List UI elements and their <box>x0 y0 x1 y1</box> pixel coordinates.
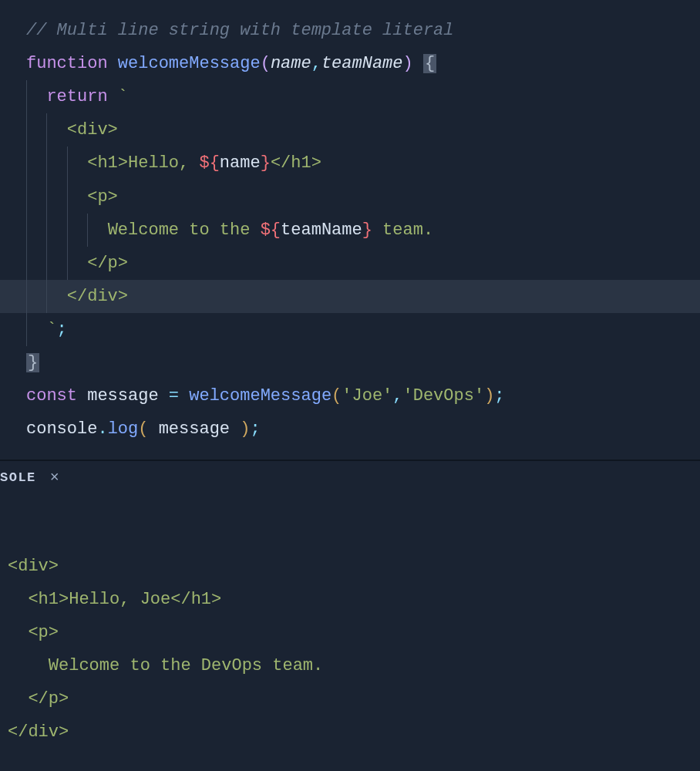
code-line-highlighted: </div> <box>0 280 700 313</box>
function-name: welcomeMessage <box>118 54 261 73</box>
code-line: const message = welcomeMessage('Joe','De… <box>26 379 700 412</box>
code-line: function welcomeMessage(name,teamName) { <box>26 47 700 80</box>
console-panel: SOLE × <div> <h1>Hello, Joe</h1> <p> Wel… <box>0 460 700 749</box>
template-text: Hello, <box>128 153 199 173</box>
paren-close: ) <box>484 386 494 406</box>
backtick: ` <box>46 320 56 339</box>
interp-var: teamName <box>281 221 362 240</box>
console-tabbar: SOLE × <box>0 461 700 494</box>
log-method: log <box>108 419 139 439</box>
template-text: </h1> <box>271 153 321 173</box>
template-text: team. <box>372 221 433 240</box>
code-line: console.log( message ); <box>26 412 700 446</box>
indent-guide <box>87 214 88 247</box>
indent-guide <box>46 214 47 247</box>
var-message: message <box>87 386 158 406</box>
template-text: <p> <box>87 187 118 207</box>
comment-text: // Multi line string with template liter… <box>26 21 454 40</box>
interp-var: name <box>220 153 261 173</box>
indent-guide <box>26 247 27 280</box>
template-text: </div> <box>67 287 128 306</box>
template-text: Welcome to the <box>108 221 261 240</box>
interp-open: ${ <box>199 153 219 173</box>
indent-guide <box>26 214 27 247</box>
code-editor[interactable]: // Multi line string with template liter… <box>0 0 700 460</box>
code-line: <p> <box>26 180 700 214</box>
semicolon: ; <box>494 386 504 406</box>
indent-guide <box>26 80 27 113</box>
code-line: <div> <box>26 113 700 146</box>
semicolon: ; <box>250 419 260 439</box>
backtick: ` <box>118 87 128 106</box>
close-icon[interactable]: × <box>50 469 59 487</box>
keyword-function: function <box>26 54 108 73</box>
brace-close: } <box>26 353 39 372</box>
template-text: </p> <box>87 254 128 273</box>
template-text: <h1> <box>87 153 128 173</box>
code-line: <h1>Hello, ${name}</h1> <box>26 146 700 180</box>
indent-guide <box>46 280 47 313</box>
paren-close: ) <box>403 54 413 73</box>
paren-open: ( <box>138 419 148 439</box>
template-text: <div> <box>67 120 118 140</box>
console-tab[interactable]: SOLE <box>0 470 36 485</box>
param-teamname: teamName <box>321 54 403 73</box>
indent-guide <box>46 113 47 146</box>
code-line: // Multi line string with template liter… <box>26 14 700 47</box>
keyword-const: const <box>26 386 77 406</box>
paren-open: ( <box>261 54 271 73</box>
code-line: </p> <box>26 247 700 280</box>
string-arg: 'DevOps' <box>403 386 485 406</box>
indent-guide <box>26 280 27 313</box>
indent-guide <box>26 180 27 214</box>
interp-open: ${ <box>261 221 281 240</box>
indent-guide <box>67 180 68 214</box>
indent-guide <box>26 313 27 346</box>
function-call: welcomeMessage <box>189 386 331 406</box>
indent-guide <box>67 247 68 280</box>
indent-guide <box>46 146 47 180</box>
paren-close: ) <box>240 419 250 439</box>
code-line: `; <box>26 313 700 346</box>
code-line: return ` <box>26 80 700 113</box>
indent-guide <box>46 180 47 214</box>
indent-guide <box>26 113 27 146</box>
equals-op: = <box>169 386 179 406</box>
interp-close: } <box>261 153 271 173</box>
indent-guide <box>26 146 27 180</box>
brace-open: { <box>423 54 436 73</box>
dot: . <box>97 419 107 439</box>
interp-close: } <box>362 221 372 240</box>
console-output: <div> <h1>Hello, Joe</h1> <p> Welcome to… <box>0 494 700 749</box>
string-arg: 'Joe' <box>342 386 392 406</box>
indent-guide <box>67 146 68 180</box>
code-line: Welcome to the ${teamName} team. <box>26 214 700 247</box>
comma: , <box>392 386 402 406</box>
paren-open: ( <box>331 386 342 406</box>
comma: , <box>311 54 321 73</box>
param-name: name <box>271 54 311 73</box>
code-line: } <box>26 346 700 379</box>
console-object: console <box>26 419 97 439</box>
indent-guide <box>46 247 47 280</box>
semicolon: ; <box>57 320 67 339</box>
var-arg: message <box>159 419 230 439</box>
keyword-return: return <box>46 87 107 106</box>
indent-guide <box>67 214 68 247</box>
